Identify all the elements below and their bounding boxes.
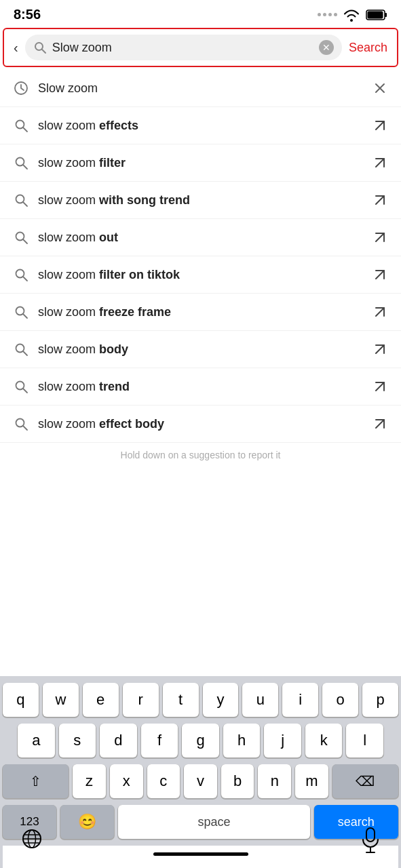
key-shift[interactable]: ⇧ — [3, 764, 69, 798]
key-w[interactable]: w — [43, 683, 79, 717]
autofill-icon[interactable] — [371, 417, 389, 431]
search-suggestion-icon — [12, 230, 30, 245]
suggestion-item[interactable]: slow zoom trend — [0, 368, 401, 406]
key-u[interactable]: u — [242, 683, 278, 717]
suggestion-item[interactable]: slow zoom freeze frame — [0, 294, 401, 331]
globe-icon[interactable] — [20, 827, 43, 850]
key-l[interactable]: l — [346, 724, 383, 757]
keyboard-row-1: q w e r t y u i o p — [3, 683, 398, 717]
suggestion-text: slow zoom with song trend — [38, 193, 371, 208]
signal-icon — [318, 13, 337, 16]
autofill-icon[interactable] — [371, 342, 389, 356]
key-a[interactable]: a — [18, 724, 55, 757]
svg-line-18 — [23, 239, 27, 243]
microphone-icon[interactable] — [360, 827, 381, 853]
key-t[interactable]: t — [163, 683, 199, 717]
status-time: 8:56 — [14, 7, 41, 22]
key-s[interactable]: s — [59, 724, 96, 757]
wifi-icon — [343, 8, 360, 22]
key-g[interactable]: g — [182, 724, 219, 757]
search-bar: ‹ ✕ Search — [3, 28, 398, 67]
svg-line-22 — [376, 271, 384, 279]
autofill-icon[interactable] — [371, 193, 389, 207]
key-e[interactable]: e — [83, 683, 119, 717]
key-k[interactable]: k — [305, 724, 343, 757]
search-input[interactable] — [52, 41, 313, 55]
suggestion-text: Slow zoom — [38, 81, 371, 96]
suggestion-text: slow zoom filter — [38, 156, 371, 170]
search-input-wrap[interactable]: ✕ — [25, 35, 342, 60]
key-o[interactable]: o — [322, 683, 358, 717]
key-y[interactable]: y — [203, 683, 239, 717]
svg-line-27 — [23, 351, 27, 355]
svg-line-24 — [23, 314, 27, 318]
search-suggestion-icon — [12, 155, 30, 170]
key-m[interactable]: m — [295, 764, 328, 798]
key-n[interactable]: n — [258, 764, 291, 798]
bottom-bar — [3, 846, 398, 868]
key-search[interactable]: search — [314, 805, 398, 839]
key-z[interactable]: z — [73, 764, 106, 798]
key-p[interactable]: p — [362, 683, 398, 717]
remove-history-icon[interactable] — [371, 82, 389, 94]
search-suggestion-icon — [12, 118, 30, 133]
autofill-icon[interactable] — [371, 119, 389, 132]
key-q[interactable]: q — [3, 683, 39, 717]
suggestion-item[interactable]: slow zoom filter on tiktok — [0, 256, 401, 294]
key-b[interactable]: b — [221, 764, 254, 798]
key-x[interactable]: x — [110, 764, 143, 798]
autofill-icon[interactable] — [371, 156, 389, 170]
svg-line-25 — [376, 308, 384, 316]
svg-line-10 — [376, 121, 384, 130]
key-j[interactable]: j — [264, 724, 301, 757]
svg-line-34 — [376, 420, 384, 428]
suggestion-item[interactable]: slow zoom effects — [0, 107, 401, 144]
search-icon — [33, 41, 47, 54]
key-f[interactable]: f — [141, 724, 178, 757]
back-button[interactable]: ‹ — [14, 40, 18, 56]
suggestion-item[interactable]: slow zoom filter — [0, 144, 401, 182]
svg-line-28 — [376, 345, 384, 353]
svg-line-9 — [23, 127, 27, 132]
key-r[interactable]: r — [123, 683, 159, 717]
suggestion-item[interactable]: Slow zoom — [0, 70, 401, 107]
suggestion-text: slow zoom effects — [38, 119, 371, 133]
key-v[interactable]: v — [184, 764, 217, 798]
clear-button[interactable]: ✕ — [319, 40, 334, 55]
svg-line-33 — [23, 426, 27, 430]
svg-line-13 — [376, 159, 384, 167]
search-suggestion-icon — [12, 267, 30, 282]
keyboard-row-4: 123 😊 space search — [3, 805, 398, 839]
search-button[interactable]: Search — [349, 41, 387, 55]
search-suggestion-icon — [12, 416, 30, 431]
suggestion-item[interactable]: slow zoom with song trend — [0, 182, 401, 219]
search-suggestion-icon — [12, 193, 30, 208]
autofill-icon[interactable] — [371, 231, 389, 244]
key-h[interactable]: h — [223, 724, 261, 757]
search-suggestion-icon — [12, 379, 30, 394]
status-icons — [318, 8, 387, 22]
key-space[interactable]: space — [118, 805, 310, 839]
svg-rect-2 — [368, 11, 383, 18]
suggestion-text: slow zoom freeze frame — [38, 305, 371, 319]
autofill-icon[interactable] — [371, 305, 389, 319]
history-icon — [12, 81, 30, 96]
battery-icon — [366, 9, 387, 21]
suggestion-item[interactable]: slow zoom out — [0, 219, 401, 256]
suggestion-item[interactable]: slow zoom body — [0, 331, 401, 368]
status-bar: 8:56 — [0, 0, 401, 28]
svg-line-30 — [23, 389, 27, 393]
suggestion-text: slow zoom out — [38, 231, 371, 245]
search-suggestion-icon — [12, 342, 30, 357]
key-delete[interactable]: ⌫ — [332, 764, 398, 798]
key-i[interactable]: i — [282, 683, 318, 717]
key-c[interactable]: c — [147, 764, 180, 798]
svg-rect-1 — [385, 13, 387, 17]
autofill-icon[interactable] — [371, 268, 389, 281]
svg-line-31 — [376, 382, 384, 391]
autofill-icon[interactable] — [371, 380, 389, 393]
key-emoji[interactable]: 😊 — [60, 805, 114, 839]
key-d[interactable]: d — [100, 724, 137, 757]
suggestion-item[interactable]: slow zoom effect body — [0, 406, 401, 443]
svg-rect-40 — [366, 828, 375, 842]
